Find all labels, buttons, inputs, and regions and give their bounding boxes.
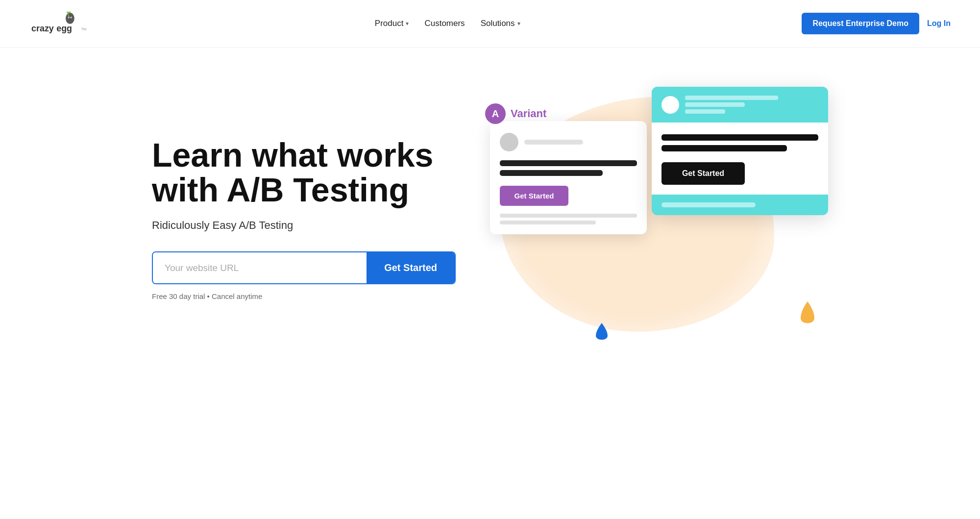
card-bar-short: [524, 140, 583, 145]
hero-subheadline: Ridiculously Easy A/B Testing: [152, 219, 456, 232]
nav-actions: Request Enterprise Demo Log In: [802, 13, 951, 34]
navbar: crazy egg TM Product ▾ Customers Solutio…: [0, 0, 980, 48]
svg-text:egg: egg: [56, 24, 72, 33]
variant-b-bars: [685, 96, 818, 114]
variant-a-card: A Variant Get Started: [490, 121, 647, 234]
nav-solutions[interactable]: Solutions ▾: [481, 19, 520, 28]
vb-content-bar-1: [662, 134, 818, 141]
vb-bar-1: [685, 96, 778, 100]
url-input[interactable]: [153, 252, 367, 283]
card-bar-gray-1: [500, 214, 637, 218]
trial-note: Free 30 day trial • Cancel anytime: [152, 292, 456, 300]
variant-b-content: Get Started: [652, 123, 828, 195]
card-avatar: [500, 133, 518, 151]
get-started-button[interactable]: Get Started: [367, 252, 455, 283]
variant-b-card: B Variant ⬆ 10% Better Get Sta: [652, 87, 828, 215]
nav-links: Product ▾ Customers Solutions ▾: [375, 19, 520, 28]
card-bar-medium-1: [500, 170, 603, 176]
card-bar-gray-2: [500, 221, 596, 224]
vb-bottom-bar: [662, 202, 756, 207]
hero-illustration: A Variant Get Started B Variant: [475, 82, 828, 356]
svg-point-0: [66, 13, 74, 24]
variant-a-text: Variant: [511, 107, 546, 120]
svg-text:crazy: crazy: [31, 24, 54, 33]
vb-content-bar-2: [662, 145, 787, 151]
svg-point-3: [69, 17, 70, 18]
hero-section: Learn what works with A/B Testing Ridicu…: [122, 48, 858, 376]
hero-headline: Learn what works with A/B Testing: [152, 138, 456, 208]
hero-left: Learn what works with A/B Testing Ridicu…: [152, 138, 456, 301]
variant-b-button[interactable]: Get Started: [662, 162, 745, 185]
vb-bar-3: [685, 109, 725, 114]
svg-text:TM: TM: [81, 27, 87, 31]
variant-a-button[interactable]: Get Started: [500, 186, 568, 206]
url-form: Get Started: [152, 251, 456, 284]
drop-orange-icon: [797, 300, 818, 332]
variant-b-avatar: [662, 96, 679, 114]
nav-customers[interactable]: Customers: [424, 19, 465, 28]
drop-blue-icon: [593, 322, 611, 346]
card-avatar-row: [500, 133, 637, 151]
logo-image: crazy egg TM: [29, 9, 93, 38]
svg-point-4: [71, 17, 72, 18]
vb-bar-2: [685, 102, 745, 107]
chevron-down-icon: ▾: [406, 20, 409, 27]
variant-a-label: A Variant: [485, 103, 546, 124]
card-bar-long-1: [500, 160, 637, 166]
nav-product[interactable]: Product ▾: [375, 19, 409, 28]
enterprise-demo-button[interactable]: Request Enterprise Demo: [802, 13, 919, 34]
chevron-down-icon-solutions: ▾: [517, 20, 520, 27]
login-button[interactable]: Log In: [927, 19, 951, 28]
logo[interactable]: crazy egg TM: [29, 9, 93, 38]
variant-b-top: [652, 87, 828, 123]
variant-b-bottom: [652, 195, 828, 215]
variant-a-circle: A: [485, 103, 506, 124]
